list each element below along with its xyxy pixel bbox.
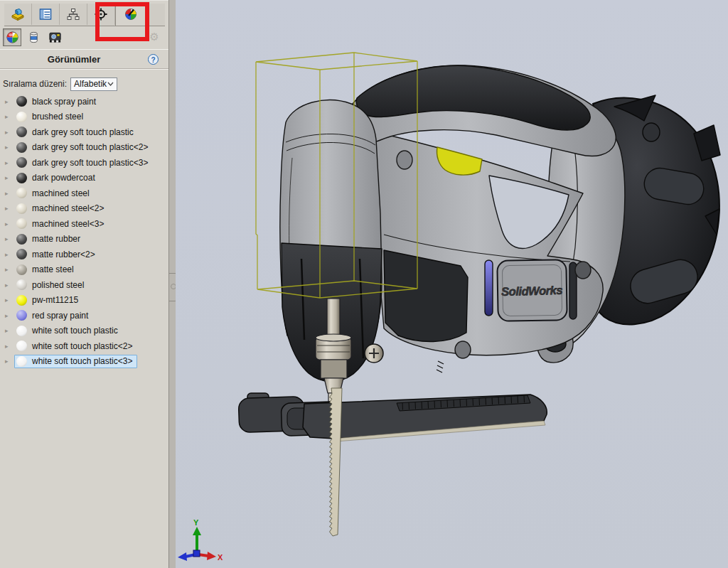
appearance-item[interactable]: ▸dark grey soft touch plastic<3> <box>0 155 168 171</box>
appearance-sphere-icon <box>16 295 27 306</box>
appearance-sphere-icon <box>16 356 27 367</box>
sort-order-row: Sıralama düzeni: Alfabetik <box>3 76 117 92</box>
expand-arrow-icon[interactable]: ▸ <box>0 174 14 181</box>
appearance-item[interactable]: ▸dark powdercoat <box>0 171 168 186</box>
expand-arrow-icon[interactable]: ▸ <box>0 327 14 334</box>
manager-tabstrip <box>4 4 165 26</box>
scene-camera-icon <box>48 31 62 44</box>
expand-arrow-icon[interactable]: ▸ <box>0 98 14 105</box>
color-wheel-icon <box>124 7 138 21</box>
appearance-item[interactable]: ▸red spray paint <box>0 308 168 323</box>
housing-dimple <box>397 151 412 169</box>
appearance-item[interactable]: ▸black spray paint <box>0 94 168 109</box>
appearance-item[interactable]: ▸white soft touch plastic<2> <box>0 338 168 354</box>
solidworks-logo-text: SolidWorks <box>501 284 563 298</box>
body-hole <box>455 341 471 358</box>
appearance-label: black spray paint <box>32 97 96 107</box>
appearance-label: brushed steel <box>32 112 83 122</box>
tab-displaymanager[interactable] <box>115 2 146 26</box>
expand-arrow-icon[interactable]: ▸ <box>0 205 14 212</box>
tree-icon <box>66 7 80 21</box>
appearance-list: ▸black spray paint▸brushed steel▸dark gr… <box>0 94 168 369</box>
jigsaw-model-scene: SolidWorks <box>176 0 728 568</box>
appearance-item[interactable]: ▸matte rubber <box>0 232 168 247</box>
orientation-triad: Y X Z <box>176 518 223 562</box>
expand-arrow-icon[interactable]: ▸ <box>0 113 14 120</box>
appearance-sphere-icon <box>16 127 27 137</box>
expand-arrow-icon[interactable]: ▸ <box>0 251 14 258</box>
appearance-sphere-icon <box>16 218 27 229</box>
appearance-sphere-icon <box>16 142 27 153</box>
appearance-label: white soft touch plastic<2> <box>32 341 132 351</box>
expand-arrow-icon[interactable]: ▸ <box>0 343 14 350</box>
appearance-sphere-icon <box>16 310 27 321</box>
panel-splitter[interactable] <box>168 0 176 568</box>
appearance-item[interactable]: ▸machined steel<2> <box>0 201 168 217</box>
expand-arrow-icon[interactable]: ▸ <box>0 282 14 289</box>
appearance-sphere-icon <box>16 234 27 245</box>
chevron-down-icon <box>107 82 114 86</box>
appearance-label: machined steel <box>32 188 90 198</box>
part-icon <box>11 7 25 21</box>
saw-blade <box>330 388 343 536</box>
appearance-sphere-icon <box>16 157 27 168</box>
expand-arrow-icon[interactable]: ▸ <box>0 190 14 197</box>
expand-arrow-icon[interactable]: ▸ <box>0 296 14 304</box>
expand-arrow-icon[interactable]: ▸ <box>0 312 14 319</box>
appearance-label: dark grey soft touch plastic<2> <box>32 142 148 152</box>
y-axis-label: Y <box>193 518 199 527</box>
expand-arrow-icon[interactable]: ▸ <box>0 144 14 151</box>
appearance-sphere-icon <box>16 96 27 107</box>
appearance-sphere-icon <box>16 173 27 183</box>
sort-order-value: Alfabetik <box>74 79 107 89</box>
appearance-item[interactable]: ▸polished steel <box>0 277 168 293</box>
appearance-label: dark grey soft touch plastic<3> <box>32 158 148 168</box>
tab-featuremanager[interactable] <box>4 4 32 25</box>
appearance-sphere-icon <box>16 188 27 198</box>
target-icon <box>94 7 108 21</box>
expand-arrow-icon[interactable]: ▸ <box>0 358 14 365</box>
appearance-sphere-icon <box>16 326 27 336</box>
appearance-item[interactable]: ▸matte steel <box>0 262 168 278</box>
body-hole-2 <box>575 262 591 279</box>
appearance-item[interactable]: ▸dark grey soft touch plastic <box>0 124 168 140</box>
view-decals-button[interactable] <box>24 28 43 46</box>
appearance-label: dark grey soft touch plastic <box>32 127 134 137</box>
appearance-item[interactable]: ▸dark grey soft touch plastic<2> <box>0 140 168 156</box>
sort-order-dropdown[interactable]: Alfabetik <box>70 77 117 91</box>
options-gear-icon: ⚙ <box>146 29 163 45</box>
tab-propertymanager[interactable] <box>32 4 60 25</box>
appearance-sphere-icon <box>16 249 27 259</box>
appearance-item[interactable]: ▸pw-mt11215 <box>0 293 168 309</box>
appearance-label: polished steel <box>32 280 84 290</box>
appearance-item[interactable]: ▸matte rubber<2> <box>0 247 168 262</box>
appearance-label: white soft touch plastic <box>32 326 118 336</box>
appearance-item[interactable]: ▸machined steel<3> <box>0 216 168 232</box>
view-scene-lights-cameras-button[interactable] <box>46 28 64 46</box>
expand-arrow-icon[interactable]: ▸ <box>0 220 14 227</box>
appearance-label: machined steel<2> <box>32 203 104 213</box>
panel-header: Görünümler ? <box>0 49 168 69</box>
jigsaw-model: SolidWorks <box>238 65 720 536</box>
triad-origin <box>193 550 200 557</box>
appearance-item[interactable]: ▸machined steel <box>0 186 168 201</box>
appearance-item[interactable]: ▸brushed steel <box>0 109 168 125</box>
expand-arrow-icon[interactable]: ▸ <box>0 129 14 136</box>
expand-arrow-icon[interactable]: ▸ <box>0 235 14 242</box>
appearance-item[interactable]: ▸white soft touch plastic<3> <box>0 354 168 370</box>
help-icon[interactable]: ? <box>148 54 159 65</box>
appearance-item[interactable]: ▸white soft touch plastic <box>0 323 168 339</box>
list-icon <box>38 7 53 21</box>
view-appearances-button[interactable] <box>3 28 21 46</box>
expand-arrow-icon[interactable]: ▸ <box>0 159 14 166</box>
manager-panel: ⚙ Görünümler ? Sıralama düzeni: Alfabeti… <box>0 0 168 568</box>
y-axis-arrow <box>193 527 201 535</box>
appearance-label: dark powdercoat <box>32 173 95 183</box>
tab-configurationmanager[interactable] <box>60 4 87 25</box>
viewport-canvas[interactable]: SolidWorks <box>176 0 728 568</box>
tab-dimxpertmanager[interactable] <box>87 4 115 25</box>
sort-order-label: Sıralama düzeni: <box>3 79 67 89</box>
expand-arrow-icon[interactable]: ▸ <box>0 266 14 273</box>
display-toolbar <box>0 27 168 47</box>
appearance-label: matte steel <box>32 264 74 274</box>
